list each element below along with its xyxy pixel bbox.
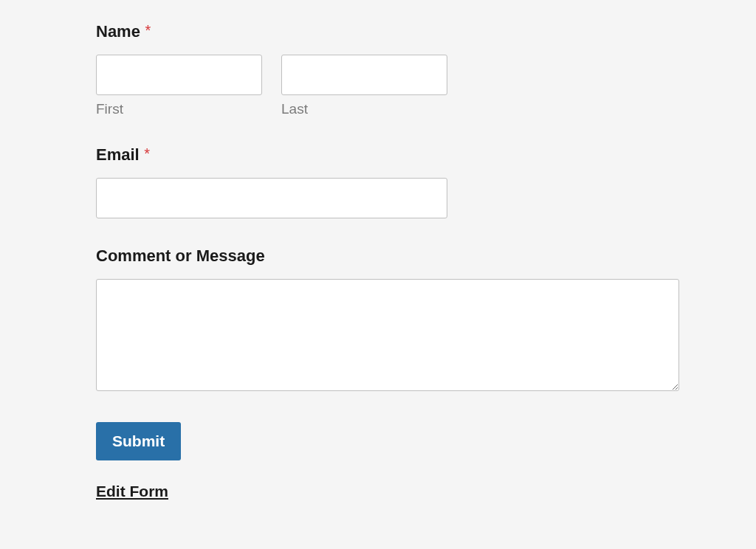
email-field-group: Email * (96, 145, 660, 218)
comment-textarea[interactable] (96, 279, 679, 391)
last-name-col: Last (281, 55, 447, 117)
required-asterisk: * (144, 145, 150, 162)
submit-button[interactable]: Submit (96, 422, 181, 460)
first-name-sublabel: First (96, 101, 262, 117)
email-label: Email (96, 145, 140, 165)
required-asterisk: * (145, 22, 151, 38)
last-name-sublabel: Last (281, 101, 447, 117)
name-label: Name (96, 22, 140, 41)
last-name-input[interactable] (281, 55, 447, 95)
name-input-row: First Last (96, 55, 660, 117)
contact-form: Name * First Last Email * Comment or Mes… (96, 22, 660, 500)
first-name-input[interactable] (96, 55, 262, 95)
edit-form-link[interactable]: Edit Form (96, 483, 168, 500)
email-input[interactable] (96, 178, 447, 218)
comment-field-group: Comment or Message (96, 246, 660, 394)
first-name-col: First (96, 55, 262, 117)
name-field-group: Name * First Last (96, 22, 660, 117)
comment-label: Comment or Message (96, 246, 265, 266)
